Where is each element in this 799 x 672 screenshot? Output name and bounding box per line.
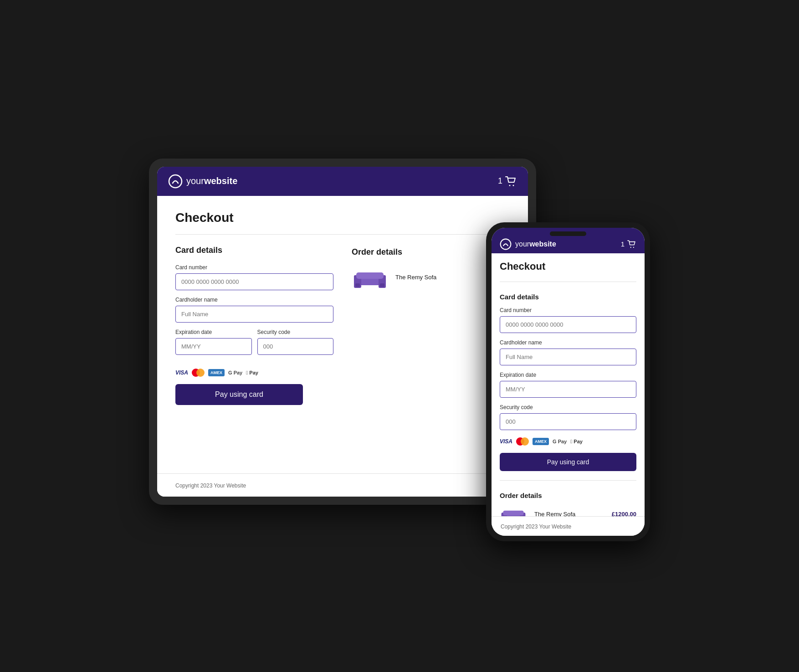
phone-cardholder-group: Cardholder name [500,339,636,365]
phone-card-number-input[interactable] [500,316,636,333]
phone-page-content: Checkout Card details Card number Cardho… [492,253,645,516]
logo-icon [168,174,183,189]
phone-pay-button[interactable]: Pay using card [500,453,636,471]
tablet-card-number-group: Card number [175,264,333,290]
phone-order-item: The Remy Sofa £1200.00 [500,506,636,516]
mastercard-icon [192,369,205,377]
phone-logo: yourwebsite [500,238,556,250]
phone-security-label: Security code [500,404,636,410]
phone-order-item-price: £1200.00 [612,511,636,516]
phone-footer-text: Copyright 2023 Your Website [501,523,571,530]
tablet-card-section-title: Card details [175,246,333,255]
apay-icon:  Pay [246,370,258,375]
tablet-brand-name: yourwebsite [186,176,237,186]
tablet-logo: yourwebsite [168,174,237,189]
tablet-security-label: Security code [257,329,334,335]
tablet-expiry-label: Expiration date [175,329,252,335]
phone-amex-icon: AMEX [533,438,549,445]
tablet-expiry-group: Expiration date [175,329,252,355]
tablet-pay-button[interactable]: Pay using card [175,384,303,405]
tablet-page-content: Checkout Card details Card number Cardho… [157,196,528,473]
cart-count: 1 [498,176,502,186]
phone-security-group: Security code [500,404,636,430]
tablet-sofa-image [352,266,388,289]
tablet-divider [175,234,510,235]
phone-brand-name: yourwebsite [515,240,556,248]
tablet-cardholder-label: Cardholder name [175,297,333,303]
tablet-footer: Copyright 2023 Your Website [157,473,528,497]
tablet-card-number-label: Card number [175,264,333,271]
phone-device: yourwebsite 1 Checkout Card detail [486,222,650,541]
phone-cart[interactable]: 1 [621,240,636,248]
svg-rect-15 [503,510,524,515]
cart-icon [505,176,517,186]
svg-point-1 [509,185,511,186]
tablet-checkout-grid: Card details Card number Cardholder name… [175,246,510,405]
phone-divider [500,282,636,282]
tablet-page-title: Checkout [175,210,510,225]
svg-point-10 [630,246,631,247]
phone-expiry-label: Expiration date [500,372,636,378]
tablet-footer-text: Copyright 2023 Your Website [175,482,246,489]
tablet-cardholder-group: Cardholder name [175,297,333,323]
phone-sofa-image [500,506,527,516]
phone-logo-icon [500,238,512,250]
svg-rect-8 [380,283,384,287]
phone-security-input[interactable] [500,413,636,430]
svg-rect-6 [356,272,384,279]
phone-expiry-input[interactable] [500,381,636,398]
phone-expiry-group: Expiration date [500,372,636,398]
tablet-cardholder-input[interactable] [175,306,333,323]
tablet-security-group: Security code [257,329,334,355]
phone-card-number-group: Card number [500,307,636,333]
svg-point-11 [633,246,634,247]
phone-cart-count: 1 [621,240,625,248]
gpay-icon: G Pay [228,370,242,375]
phone-payment-icons: VISA AMEX G Pay  Pay [500,437,636,446]
phone-visa-icon: VISA [500,438,512,445]
tablet-device: yourwebsite 1 Checkout [149,159,536,505]
tablet-navbar: yourwebsite 1 [157,167,528,196]
phone-notch [550,231,586,236]
phone-cardholder-label: Cardholder name [500,339,636,346]
phone-order-section-title: Order details [500,492,636,499]
phone-cart-icon [627,240,636,248]
svg-point-2 [513,185,514,186]
tablet-cart[interactable]: 1 [498,176,517,186]
phone-apay-icon:  Pay [570,439,583,444]
amex-icon: AMEX [208,369,225,376]
phone-order-divider [500,480,636,481]
tablet-card-section: Card details Card number Cardholder name… [175,246,333,405]
tablet-screen: yourwebsite 1 Checkout [157,167,528,497]
phone-card-number-label: Card number [500,307,636,313]
tablet-order-item-name: The Remy Sofa [395,274,436,281]
tablet-expiry-security-row: Expiration date Security code [175,329,333,361]
tablet-expiry-input[interactable] [175,338,252,355]
svg-rect-7 [355,283,360,287]
tablet-security-input[interactable] [257,338,334,355]
phone-gpay-icon: G Pay [553,439,567,444]
phone-footer: Copyright 2023 Your Website [492,516,645,536]
phone-mastercard-icon [516,437,529,446]
visa-icon: VISA [175,369,188,376]
phone-page-title: Checkout [500,261,636,272]
phone-order-item-name: The Remy Sofa [534,511,575,516]
phone-screen: yourwebsite 1 Checkout Card detail [492,228,645,536]
tablet-card-number-input[interactable] [175,273,333,290]
scene: yourwebsite 1 Checkout [149,159,650,514]
tablet-payment-icons: VISA AMEX G Pay  Pay [175,369,333,377]
phone-card-section-title: Card details [500,293,636,301]
phone-cardholder-input[interactable] [500,349,636,365]
